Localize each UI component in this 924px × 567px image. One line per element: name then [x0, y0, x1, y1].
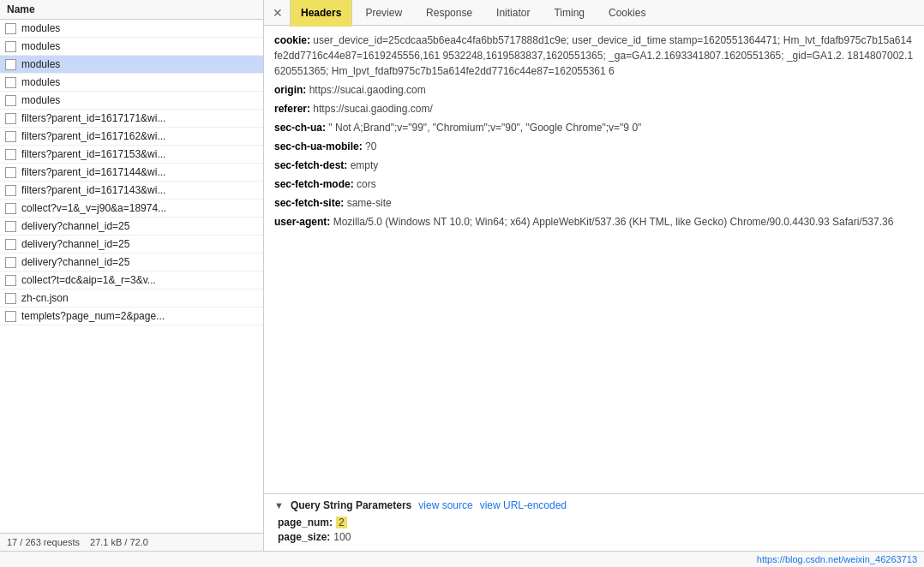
list-item-checkbox[interactable] [5, 59, 16, 70]
qs-section: ▼ Query String Parameters view source vi… [264, 493, 924, 551]
list-item-name: filters?parent_id=1617153&wi... [21, 148, 165, 160]
view-source-link[interactable]: view source [418, 499, 472, 511]
list-item-checkbox[interactable] [5, 131, 16, 142]
tab-initiator[interactable]: Initiator [485, 0, 541, 27]
header-row: sec-fetch-site: same-site [274, 195, 914, 211]
header-row: user-agent: Mozilla/5.0 (Windows NT 10.0… [274, 214, 914, 230]
qs-param-val: 2 [336, 516, 347, 528]
list-item-checkbox[interactable] [5, 293, 16, 304]
list-item-name: filters?parent_id=1617144&wi... [21, 166, 165, 178]
header-key: referer: [274, 103, 310, 115]
tab-response[interactable]: Response [415, 0, 483, 27]
list-item[interactable]: filters?parent_id=1617143&wi... [0, 182, 263, 200]
list-item-checkbox[interactable] [5, 149, 16, 160]
list-item[interactable]: filters?parent_id=1617144&wi... [0, 164, 263, 182]
list-item-checkbox[interactable] [5, 311, 16, 322]
list-item[interactable]: modules [0, 92, 263, 110]
list-item-name: modules [21, 22, 60, 34]
qs-title-row: ▼ Query String Parameters view source vi… [274, 499, 914, 511]
list-item[interactable]: modules [0, 56, 263, 74]
list-item[interactable]: zh-cn.json [0, 289, 263, 307]
name-column-header: Name [7, 3, 35, 15]
list-item[interactable]: modules [0, 74, 263, 92]
tab-list: HeadersPreviewResponseInitiatorTimingCoo… [290, 0, 657, 27]
list-item-checkbox[interactable] [5, 239, 16, 250]
list-item[interactable]: modules [0, 20, 263, 38]
header-key: sec-ch-ua-mobile: [274, 140, 363, 152]
list-item-checkbox[interactable] [5, 203, 16, 214]
list-item[interactable]: delivery?channel_id=25 [0, 218, 263, 236]
main-container: Name modulesmodulesmodulesmodulesmodules… [0, 0, 924, 551]
headers-content: cookie: user_device_id=25cdcaa5b6ea4c4fa… [264, 26, 924, 493]
qs-param-key: page_num: [278, 516, 333, 528]
list-item[interactable]: delivery?channel_id=25 [0, 254, 263, 272]
qs-title: Query String Parameters [291, 499, 411, 511]
list-item[interactable]: filters?parent_id=1617162&wi... [0, 128, 263, 146]
list-item-checkbox[interactable] [5, 41, 16, 52]
list-item[interactable]: filters?parent_id=1617171&wi... [0, 110, 263, 128]
list-item-checkbox[interactable] [5, 77, 16, 88]
header-row: sec-ch-ua-mobile: ?0 [274, 139, 914, 154]
header-key: cookie: [274, 34, 310, 46]
list-item-name: collect?v=1&_v=j90&a=18974... [21, 202, 166, 214]
header-key: sec-fetch-mode: [274, 178, 354, 190]
qs-param-row: page_size:100 [278, 531, 914, 543]
list-item-name: delivery?channel_id=25 [21, 238, 129, 250]
tab-cookies[interactable]: Cookies [597, 0, 657, 27]
tab-close-button[interactable]: ✕ [267, 0, 288, 26]
left-panel: Name modulesmodulesmodulesmodulesmodules… [0, 0, 264, 551]
list-item[interactable]: collect?t=dc&aip=1&_r=3&v... [0, 272, 263, 289]
list-item[interactable]: filters?parent_id=1617153&wi... [0, 146, 263, 164]
list-item[interactable]: modules [0, 38, 263, 56]
header-key: origin: [274, 84, 306, 96]
list-item-name: delivery?channel_id=25 [21, 220, 129, 232]
header-val: cors [354, 178, 376, 190]
header-key: user-agent: [274, 216, 330, 228]
list-item-name: filters?parent_id=1617143&wi... [21, 184, 165, 196]
list-item-checkbox[interactable] [5, 221, 16, 232]
tab-bar: ✕ HeadersPreviewResponseInitiatorTimingC… [264, 0, 924, 26]
qs-param-row: page_num:2 [278, 516, 914, 528]
status-bar: https://blog.csdn.net/weixin_46263713 [0, 551, 924, 567]
list-item[interactable]: templets?page_num=2&page... [0, 307, 263, 325]
list-item[interactable]: collect?v=1&_v=j90&a=18974... [0, 200, 263, 218]
header-val: empty [347, 159, 378, 171]
left-footer: 17 / 263 requests 27.1 kB / 72.0 [0, 533, 263, 551]
list-item-checkbox[interactable] [5, 23, 16, 34]
list-item-name: modules [21, 94, 60, 106]
list-item-name: zh-cn.json [21, 292, 69, 304]
qs-param-val: 100 [333, 531, 351, 543]
list-item-checkbox[interactable] [5, 185, 16, 196]
list-item-checkbox[interactable] [5, 95, 16, 106]
tab-headers[interactable]: Headers [290, 0, 352, 27]
header-val: " Not A;Brand";v="99", "Chromium";v="90"… [326, 122, 641, 134]
list-item-name: modules [21, 40, 60, 52]
right-panel: ✕ HeadersPreviewResponseInitiatorTimingC… [264, 0, 924, 551]
header-val: user_device_id=25cdcaa5b6ea4c4fa6bb57178… [274, 34, 913, 77]
list-item-checkbox[interactable] [5, 275, 16, 286]
size-info: 27.1 kB / 72.0 [90, 537, 148, 547]
list-item-checkbox[interactable] [5, 257, 16, 268]
header-key: sec-fetch-dest: [274, 159, 347, 171]
list-item[interactable]: delivery?channel_id=25 [0, 236, 263, 254]
qs-params: page_num:2page_size:100 [274, 516, 914, 543]
left-list: modulesmodulesmodulesmodulesmodulesfilte… [0, 20, 263, 533]
tab-preview[interactable]: Preview [354, 0, 413, 27]
header-val: https://sucai.gaoding.com [306, 84, 425, 96]
status-url: https://blog.csdn.net/weixin_46263713 [757, 554, 917, 564]
header-key: sec-fetch-site: [274, 197, 344, 209]
list-item-checkbox[interactable] [5, 113, 16, 124]
qs-toggle[interactable]: ▼ [274, 500, 284, 510]
requests-count: 17 / 263 requests [7, 537, 80, 547]
view-url-encoded-link[interactable]: view URL-encoded [480, 499, 567, 511]
list-item-name: filters?parent_id=1617162&wi... [21, 130, 165, 142]
header-row: sec-fetch-mode: cors [274, 176, 914, 192]
list-item-name: filters?parent_id=1617171&wi... [21, 112, 165, 124]
header-row: origin: https://sucai.gaoding.com [274, 82, 914, 98]
header-row: sec-ch-ua: " Not A;Brand";v="99", "Chrom… [274, 120, 914, 135]
list-item-name: modules [21, 76, 60, 88]
list-item-name: templets?page_num=2&page... [21, 310, 165, 322]
list-item-checkbox[interactable] [5, 167, 16, 178]
tab-timing[interactable]: Timing [543, 0, 596, 27]
header-key: sec-ch-ua: [274, 122, 326, 134]
